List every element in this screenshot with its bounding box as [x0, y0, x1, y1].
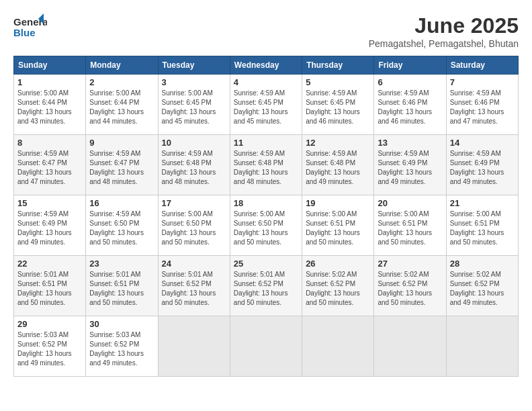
day-info: Sunrise: 5:02 AM Sunset: 6:52 PM Dayligh… — [306, 270, 370, 308]
day-cell-17: 17 Sunrise: 5:00 AM Sunset: 6:50 PM Dayl… — [158, 195, 230, 256]
day-cell-29: 29 Sunrise: 5:03 AM Sunset: 6:52 PM Dayl… — [14, 316, 86, 377]
day-number: 21 — [450, 198, 515, 208]
day-cell-4: 4 Sunrise: 4:59 AM Sunset: 6:45 PM Dayli… — [230, 75, 302, 135]
day-info: Sunrise: 4:59 AM Sunset: 6:50 PM Dayligh… — [89, 210, 154, 247]
day-cell-9: 9 Sunrise: 4:59 AM Sunset: 6:47 PM Dayli… — [86, 135, 158, 195]
header-friday: Friday — [374, 56, 446, 75]
weekday-header-row: Sunday Monday Tuesday Wednesday Thursday… — [14, 56, 519, 75]
day-info: Sunrise: 5:00 AM Sunset: 6:44 PM Dayligh… — [17, 89, 82, 126]
day-info: Sunrise: 5:00 AM Sunset: 6:50 PM Dayligh… — [162, 210, 226, 247]
day-info: Sunrise: 4:59 AM Sunset: 6:49 PM Dayligh… — [378, 149, 442, 187]
day-number: 13 — [378, 138, 442, 148]
day-number: 5 — [306, 77, 370, 87]
day-info: Sunrise: 4:59 AM Sunset: 6:48 PM Dayligh… — [162, 149, 226, 187]
day-info: Sunrise: 4:59 AM Sunset: 6:49 PM Dayligh… — [450, 149, 515, 187]
day-number: 7 — [450, 77, 515, 87]
header-thursday: Thursday — [302, 56, 374, 75]
day-info: Sunrise: 5:03 AM Sunset: 6:52 PM Dayligh… — [89, 330, 154, 368]
day-info: Sunrise: 5:00 AM Sunset: 6:45 PM Dayligh… — [162, 89, 226, 126]
day-info: Sunrise: 5:02 AM Sunset: 6:52 PM Dayligh… — [450, 270, 515, 308]
header-sunday: Sunday — [14, 56, 86, 75]
day-cell-10: 10 Sunrise: 4:59 AM Sunset: 6:48 PM Dayl… — [158, 135, 230, 195]
calendar-week-row: 15 Sunrise: 4:59 AM Sunset: 6:49 PM Dayl… — [14, 195, 519, 256]
calendar-title: June 2025 — [369, 13, 519, 38]
day-cell-1: 1 Sunrise: 5:00 AM Sunset: 6:44 PM Dayli… — [14, 75, 86, 135]
header-wednesday: Wednesday — [230, 56, 302, 75]
day-info: Sunrise: 5:00 AM Sunset: 6:50 PM Dayligh… — [234, 210, 298, 247]
day-cell-12: 12 Sunrise: 4:59 AM Sunset: 6:48 PM Dayl… — [302, 135, 374, 195]
day-number: 28 — [450, 259, 515, 269]
day-number: 10 — [162, 138, 226, 148]
day-number: 20 — [378, 198, 442, 208]
logo: General Blue — [13, 13, 47, 43]
day-cell-11: 11 Sunrise: 4:59 AM Sunset: 6:48 PM Dayl… — [230, 135, 302, 195]
day-cell-8: 8 Sunrise: 4:59 AM Sunset: 6:47 PM Dayli… — [14, 135, 86, 195]
day-number: 17 — [162, 198, 226, 208]
calendar-week-row: 1 Sunrise: 5:00 AM Sunset: 6:44 PM Dayli… — [14, 75, 519, 135]
day-number: 19 — [306, 198, 370, 208]
header-tuesday: Tuesday — [158, 56, 230, 75]
empty-cell — [374, 316, 446, 377]
day-number: 29 — [17, 319, 82, 329]
day-number: 8 — [17, 138, 82, 148]
calendar-week-row: 8 Sunrise: 4:59 AM Sunset: 6:47 PM Dayli… — [14, 135, 519, 195]
day-cell-19: 19 Sunrise: 5:00 AM Sunset: 6:51 PM Dayl… — [302, 195, 374, 256]
day-number: 30 — [89, 319, 154, 329]
day-cell-27: 27 Sunrise: 5:02 AM Sunset: 6:52 PM Dayl… — [374, 256, 446, 316]
day-info: Sunrise: 4:59 AM Sunset: 6:46 PM Dayligh… — [450, 89, 515, 126]
day-cell-26: 26 Sunrise: 5:02 AM Sunset: 6:52 PM Dayl… — [302, 256, 374, 316]
day-info: Sunrise: 5:03 AM Sunset: 6:52 PM Dayligh… — [17, 330, 82, 368]
day-info: Sunrise: 5:01 AM Sunset: 6:52 PM Dayligh… — [162, 270, 226, 308]
day-number: 9 — [89, 138, 154, 148]
empty-cell — [230, 316, 302, 377]
day-number: 12 — [306, 138, 370, 148]
day-cell-30: 30 Sunrise: 5:03 AM Sunset: 6:52 PM Dayl… — [86, 316, 158, 377]
day-number: 3 — [162, 77, 226, 87]
day-cell-15: 15 Sunrise: 4:59 AM Sunset: 6:49 PM Dayl… — [14, 195, 86, 256]
day-number: 22 — [17, 259, 82, 269]
empty-cell — [446, 316, 518, 377]
day-info: Sunrise: 4:59 AM Sunset: 6:48 PM Dayligh… — [234, 149, 298, 187]
day-info: Sunrise: 5:01 AM Sunset: 6:51 PM Dayligh… — [89, 270, 154, 308]
day-number: 2 — [89, 77, 154, 87]
day-number: 1 — [17, 77, 82, 87]
day-cell-21: 21 Sunrise: 5:00 AM Sunset: 6:51 PM Dayl… — [446, 195, 518, 256]
page-header: General Blue June 2025 Pemagatshel, Pema… — [13, 13, 519, 49]
day-cell-25: 25 Sunrise: 5:01 AM Sunset: 6:52 PM Dayl… — [230, 256, 302, 316]
day-info: Sunrise: 4:59 AM Sunset: 6:49 PM Dayligh… — [17, 210, 82, 247]
day-info: Sunrise: 5:00 AM Sunset: 6:44 PM Dayligh… — [89, 89, 154, 126]
svg-text:Blue: Blue — [13, 27, 36, 38]
day-info: Sunrise: 5:00 AM Sunset: 6:51 PM Dayligh… — [378, 210, 442, 247]
logo-icon: General Blue — [13, 13, 47, 40]
day-cell-5: 5 Sunrise: 4:59 AM Sunset: 6:45 PM Dayli… — [302, 75, 374, 135]
header-saturday: Saturday — [446, 56, 518, 75]
day-info: Sunrise: 5:01 AM Sunset: 6:52 PM Dayligh… — [234, 270, 298, 308]
title-section: June 2025 Pemagatshel, Pemagatshel, Bhut… — [369, 13, 519, 49]
day-cell-22: 22 Sunrise: 5:01 AM Sunset: 6:51 PM Dayl… — [14, 256, 86, 316]
day-info: Sunrise: 4:59 AM Sunset: 6:45 PM Dayligh… — [234, 89, 298, 126]
day-info: Sunrise: 5:01 AM Sunset: 6:51 PM Dayligh… — [17, 270, 82, 308]
day-info: Sunrise: 4:59 AM Sunset: 6:47 PM Dayligh… — [17, 149, 82, 187]
day-info: Sunrise: 5:00 AM Sunset: 6:51 PM Dayligh… — [450, 210, 515, 247]
calendar-table: Sunday Monday Tuesday Wednesday Thursday… — [13, 56, 519, 377]
day-number: 14 — [450, 138, 515, 148]
day-cell-18: 18 Sunrise: 5:00 AM Sunset: 6:50 PM Dayl… — [230, 195, 302, 256]
day-number: 25 — [234, 259, 298, 269]
header-monday: Monday — [86, 56, 158, 75]
day-info: Sunrise: 4:59 AM Sunset: 6:47 PM Dayligh… — [89, 149, 154, 187]
day-cell-23: 23 Sunrise: 5:01 AM Sunset: 6:51 PM Dayl… — [86, 256, 158, 316]
day-cell-28: 28 Sunrise: 5:02 AM Sunset: 6:52 PM Dayl… — [446, 256, 518, 316]
calendar-week-row: 29 Sunrise: 5:03 AM Sunset: 6:52 PM Dayl… — [14, 316, 519, 377]
day-cell-14: 14 Sunrise: 4:59 AM Sunset: 6:49 PM Dayl… — [446, 135, 518, 195]
day-cell-24: 24 Sunrise: 5:01 AM Sunset: 6:52 PM Dayl… — [158, 256, 230, 316]
empty-cell — [158, 316, 230, 377]
day-number: 27 — [378, 259, 442, 269]
day-number: 24 — [162, 259, 226, 269]
day-info: Sunrise: 5:00 AM Sunset: 6:51 PM Dayligh… — [306, 210, 370, 247]
day-cell-7: 7 Sunrise: 4:59 AM Sunset: 6:46 PM Dayli… — [446, 75, 518, 135]
day-info: Sunrise: 4:59 AM Sunset: 6:45 PM Dayligh… — [306, 89, 370, 126]
day-cell-3: 3 Sunrise: 5:00 AM Sunset: 6:45 PM Dayli… — [158, 75, 230, 135]
day-cell-6: 6 Sunrise: 4:59 AM Sunset: 6:46 PM Dayli… — [374, 75, 446, 135]
calendar-subtitle: Pemagatshel, Pemagatshel, Bhutan — [369, 38, 519, 49]
day-number: 15 — [17, 198, 82, 208]
